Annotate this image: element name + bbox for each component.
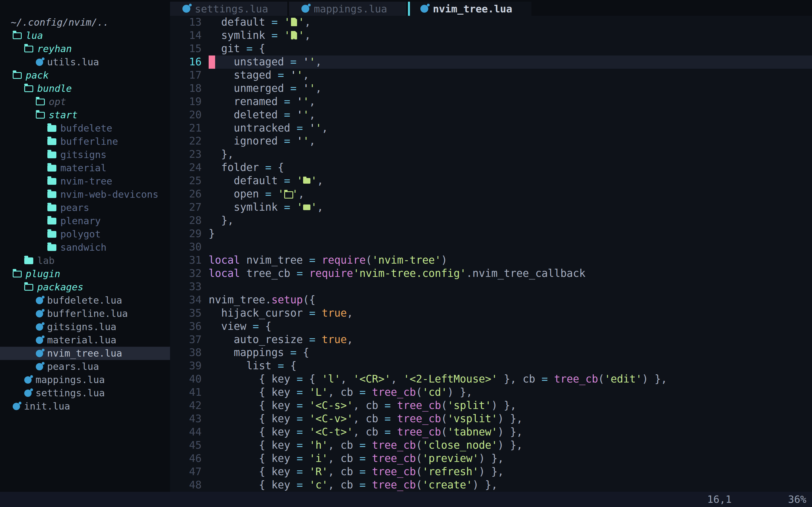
code-editor[interactable]: 13 default = '',14 symlink = '',15 git =… [170, 16, 812, 492]
tree-item-packages[interactable]: packages [0, 281, 170, 294]
tree-item-material.lua[interactable]: material.lua [0, 334, 170, 347]
code-line-35[interactable]: 35 hijack_cursor = true, [170, 307, 812, 320]
code-line-31[interactable]: 31local nvim_tree = require('nvim-tree') [170, 254, 812, 267]
code-line-21[interactable]: 21 untracked = '', [170, 122, 812, 135]
line-number: 18 [170, 82, 202, 95]
tree-item-label: polygot [60, 228, 101, 241]
tree-item-nvim-tree[interactable]: nvim-tree [0, 175, 170, 188]
code-line-40[interactable]: 40 { key = { 'l', '<CR>', '<2-LeftMouse>… [170, 373, 812, 386]
line-text: { key = { 'l', '<CR>', '<2-LeftMouse>' }… [209, 373, 812, 386]
tree-item-bufferline.lua[interactable]: bufferline.lua [0, 307, 170, 320]
explorer-root-path: ~/.config/nvim/.. [11, 16, 109, 29]
line-text: renamed = '', [209, 95, 812, 108]
tree-item-label: nvim-web-devicons [60, 188, 158, 201]
tree-item-bufdelete.lua[interactable]: bufdelete.lua [0, 294, 170, 307]
tree-item-utils.lua[interactable]: utils.lua [0, 55, 170, 69]
folder-closed-icon [47, 231, 56, 238]
tab-settings.lua[interactable]: settings.lua [170, 2, 287, 16]
tree-item-bufdelete[interactable]: bufdelete [0, 122, 170, 135]
tree-item-nvim-web-devicons[interactable]: nvim-web-devicons [0, 188, 170, 201]
code-line-29[interactable]: 29} [170, 227, 812, 240]
tab-mappings.lua[interactable]: mappings.lua [289, 2, 406, 16]
code-line-23[interactable]: 23 }, [170, 148, 812, 161]
code-line-30[interactable]: 30 [170, 240, 812, 254]
code-line-34[interactable]: 34nvim_tree.setup({ [170, 293, 812, 307]
lua-icon [36, 323, 43, 331]
tree-item-plugin[interactable]: plugin [0, 267, 170, 281]
tree-item-label: bufdelete [60, 122, 112, 135]
code-line-36[interactable]: 36 view = { [170, 320, 812, 333]
code-line-37[interactable]: 37 auto_resize = true, [170, 333, 812, 346]
code-line-28[interactable]: 28 }, [170, 214, 812, 227]
code-line-16[interactable]: 16 unstaged = '', [170, 55, 812, 69]
tree-item-label: pears.lua [47, 360, 99, 373]
code-line-44[interactable]: 44 { key = '<C-t>', cb = tree_cb('tabnew… [170, 426, 812, 439]
tree-item-gitsigns.lua[interactable]: gitsigns.lua [0, 320, 170, 334]
code-line-18[interactable]: 18 unmerged = '', [170, 82, 812, 95]
code-line-27[interactable]: 27 symlink = '', [170, 201, 812, 214]
cursor-position: 16,1 [707, 492, 732, 507]
line-text: { key = '<C-t>', cb = tree_cb('tabnew') … [209, 426, 812, 439]
line-text: { key = 'R', cb = tree_cb('refresh') }, [209, 465, 812, 478]
code-line-48[interactable]: 48 { key = 'c', cb = tree_cb('create') }… [170, 478, 812, 492]
line-number: 48 [170, 478, 202, 492]
folder-open-icon [13, 33, 22, 39]
tree-item-init.lua[interactable]: init.lua [0, 400, 170, 413]
tree-item-pears.lua[interactable]: pears.lua [0, 360, 170, 373]
code-line-45[interactable]: 45 { key = 'h', cb = tree_cb('close_node… [170, 439, 812, 452]
file-glyph-icon [290, 17, 298, 27]
code-line-24[interactable]: 24 folder = { [170, 161, 812, 174]
line-number: 47 [170, 465, 202, 478]
line-text: unmerged = '', [209, 82, 812, 95]
tree-item-mappings.lua[interactable]: mappings.lua [0, 373, 170, 386]
tree-item-lab[interactable]: lab [0, 254, 170, 267]
code-line-14[interactable]: 14 symlink = '', [170, 29, 812, 42]
code-line-13[interactable]: 13 default = '', [170, 16, 812, 29]
tree-item-label: bufferline.lua [47, 307, 128, 320]
line-text: } [209, 227, 812, 240]
tree-item-nvim_tree.lua[interactable]: nvim_tree.lua [0, 347, 170, 360]
line-number: 21 [170, 122, 202, 135]
code-line-46[interactable]: 46 { key = 'i', cb = tree_cb('preview') … [170, 452, 812, 465]
line-number: 22 [170, 135, 202, 148]
code-line-25[interactable]: 25 default = '', [170, 174, 812, 187]
code-line-17[interactable]: 17 staged = '', [170, 69, 812, 82]
code-line-32[interactable]: 32local tree_cb = require'nvim-tree.conf… [170, 267, 812, 280]
tree-item-polygot[interactable]: polygot [0, 228, 170, 241]
code-line-39[interactable]: 39 list = { [170, 359, 812, 373]
tree-item-start[interactable]: start [0, 108, 170, 122]
tree-item-reyhan[interactable]: reyhan [0, 42, 170, 55]
tree-item-settings.lua[interactable]: settings.lua [0, 386, 170, 400]
tree-item-pack[interactable]: pack [0, 69, 170, 82]
tree-item-sandwich[interactable]: sandwich [0, 241, 170, 254]
line-number: 23 [170, 148, 202, 161]
line-number: 36 [170, 320, 202, 333]
tree-item-material[interactable]: material [0, 161, 170, 175]
tree-item-plenary[interactable]: plenary [0, 214, 170, 228]
tree-item-pears[interactable]: pears [0, 201, 170, 214]
tree-item-label: pack [26, 69, 49, 82]
code-line-43[interactable]: 43 { key = '<C-v>', cb = tree_cb('vsplit… [170, 412, 812, 426]
code-line-42[interactable]: 42 { key = '<C-s>', cb = tree_cb('split'… [170, 399, 812, 412]
tab-nvim_tree.lua[interactable]: nvim_tree.lua [408, 2, 531, 16]
line-text: staged = '', [209, 69, 812, 82]
code-line-15[interactable]: 15 git = { [170, 42, 812, 55]
code-line-22[interactable]: 22 ignored = '', [170, 135, 812, 148]
code-line-47[interactable]: 47 { key = 'R', cb = tree_cb('refresh') … [170, 465, 812, 478]
code-line-41[interactable]: 41 { key = 'L', cb = tree_cb('cd') }, [170, 386, 812, 399]
line-number: 38 [170, 346, 202, 359]
tree-item-lua[interactable]: lua [0, 29, 170, 42]
code-line-38[interactable]: 38 mappings = { [170, 346, 812, 359]
tree-item-label: reyhan [37, 42, 72, 55]
code-line-19[interactable]: 19 renamed = '', [170, 95, 812, 108]
tree-item-bufferline[interactable]: bufferline [0, 135, 170, 148]
line-text: { key = 'c', cb = tree_cb('create') }, [209, 478, 812, 492]
code-line-26[interactable]: 26 open = '', [170, 187, 812, 201]
code-line-20[interactable]: 20 deleted = '', [170, 108, 812, 122]
code-line-33[interactable]: 33 [170, 280, 812, 293]
tree-item-opt[interactable]: opt [0, 95, 170, 108]
tree-item-bundle[interactable]: bundle [0, 82, 170, 95]
line-number: 31 [170, 254, 202, 267]
line-text [209, 240, 812, 254]
tree-item-gitsigns[interactable]: gitsigns [0, 148, 170, 161]
